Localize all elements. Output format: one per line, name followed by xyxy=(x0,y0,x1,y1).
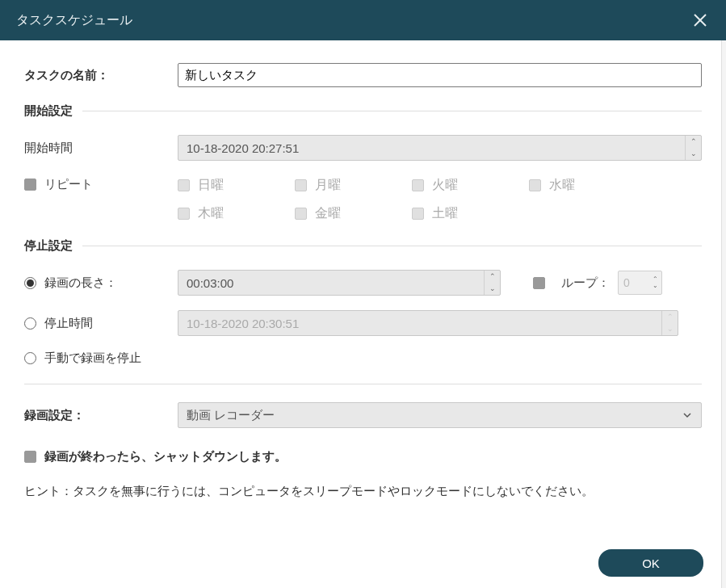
task-name-row: タスクの名前： xyxy=(24,63,702,87)
ok-button[interactable]: OK xyxy=(598,549,703,577)
loop-count-spinner[interactable]: 0 ⌃ ⌄ xyxy=(618,271,662,295)
chevron-down-icon xyxy=(682,410,693,421)
hint-text: ヒント：タスクを無事に行うには、コンピュータをスリープモードやロックモードにしな… xyxy=(24,484,702,499)
start-time-label: 開始時間 xyxy=(24,141,178,156)
repeat-row: リピート 日曜 月曜 火曜 水曜 xyxy=(24,177,702,222)
loop-label: ループ： xyxy=(561,275,610,291)
stop-time-down[interactable]: ⌄ xyxy=(662,323,678,335)
day-fri-label: 金曜 xyxy=(315,205,341,222)
start-settings-header: 開始設定 xyxy=(24,103,702,119)
recorder-selected-value: 動画 レコーダー xyxy=(187,408,275,423)
right-edge-strip xyxy=(721,40,726,588)
duration-spinner[interactable]: 00:03:00 ⌃ ⌄ xyxy=(178,270,501,296)
stop-time-up[interactable]: ⌃ xyxy=(662,311,678,323)
stop-settings-header: 停止設定 xyxy=(24,238,702,254)
day-thu-checkbox[interactable] xyxy=(178,208,190,220)
manual-stop-radio[interactable] xyxy=(24,352,36,364)
task-name-input[interactable] xyxy=(178,63,702,87)
stop-time-spinner[interactable]: 10-18-2020 20:30:51 ⌃ ⌄ xyxy=(178,310,678,336)
shutdown-label: 録画が終わったら、シャットダウンします。 xyxy=(44,449,287,464)
record-settings-row: 録画設定： 動画 レコーダー xyxy=(24,402,702,428)
day-thu-label: 木曜 xyxy=(198,205,224,222)
manual-stop-label: 手動で録画を停止 xyxy=(44,351,178,366)
repeat-checkbox[interactable] xyxy=(24,178,36,191)
day-fri-checkbox[interactable] xyxy=(295,208,307,220)
start-time-row: 開始時間 10-18-2020 20:27:51 ⌃ ⌄ xyxy=(24,135,702,161)
recorder-select[interactable]: 動画 レコーダー xyxy=(178,402,702,428)
shutdown-checkbox[interactable] xyxy=(24,451,36,463)
duration-down[interactable]: ⌄ xyxy=(485,283,500,295)
day-sun-checkbox[interactable] xyxy=(178,179,190,191)
task-name-label: タスクの名前： xyxy=(24,68,178,83)
stop-settings-title: 停止設定 xyxy=(24,238,73,254)
close-button[interactable] xyxy=(690,10,710,30)
start-time-down[interactable]: ⌄ xyxy=(686,148,701,160)
loop-count-value: 0 xyxy=(619,276,648,289)
day-sat-checkbox[interactable] xyxy=(412,208,424,220)
duration-radio[interactable] xyxy=(24,277,36,289)
duration-label: 録画の長さ： xyxy=(44,275,178,291)
duration-row: 録画の長さ： 00:03:00 ⌃ ⌄ ループ： 0 ⌃ ⌄ xyxy=(24,270,702,296)
start-settings-title: 開始設定 xyxy=(24,103,73,119)
manual-stop-row: 手動で録画を停止 xyxy=(24,351,702,366)
dialog-title: タスクスケジュール xyxy=(16,12,132,29)
duration-value: 00:03:00 xyxy=(178,276,484,290)
stop-time-row: 停止時間 10-18-2020 20:30:51 ⌃ ⌄ xyxy=(24,310,702,336)
divider xyxy=(82,111,702,111)
stop-time-label: 停止時間 xyxy=(44,316,178,331)
stop-time-value: 10-18-2020 20:30:51 xyxy=(178,317,661,330)
day-sat-label: 土曜 xyxy=(432,205,458,222)
stop-time-radio[interactable] xyxy=(24,317,36,330)
close-icon xyxy=(693,13,707,27)
start-time-spinner[interactable]: 10-18-2020 20:27:51 ⌃ ⌄ xyxy=(178,135,702,161)
divider xyxy=(24,384,702,384)
divider xyxy=(82,246,702,246)
shutdown-row: 録画が終わったら、シャットダウンします。 xyxy=(24,449,702,464)
day-tue-label: 火曜 xyxy=(432,177,458,194)
start-time-value: 10-18-2020 20:27:51 xyxy=(178,141,685,155)
loop-down[interactable]: ⌄ xyxy=(648,283,661,289)
start-time-up[interactable]: ⌃ xyxy=(686,136,701,148)
day-wed-label: 水曜 xyxy=(549,177,575,194)
day-tue-checkbox[interactable] xyxy=(412,179,424,191)
loop-checkbox[interactable] xyxy=(533,277,545,289)
day-sun-label: 日曜 xyxy=(198,177,224,194)
day-wed-checkbox[interactable] xyxy=(529,179,541,191)
duration-up[interactable]: ⌃ xyxy=(485,271,500,283)
footer: OK xyxy=(598,549,703,577)
repeat-label: リピート xyxy=(44,177,93,192)
titlebar: タスクスケジュール xyxy=(0,0,726,40)
day-mon-checkbox[interactable] xyxy=(295,179,307,191)
record-settings-label: 録画設定： xyxy=(24,408,178,423)
day-mon-label: 月曜 xyxy=(315,177,341,194)
